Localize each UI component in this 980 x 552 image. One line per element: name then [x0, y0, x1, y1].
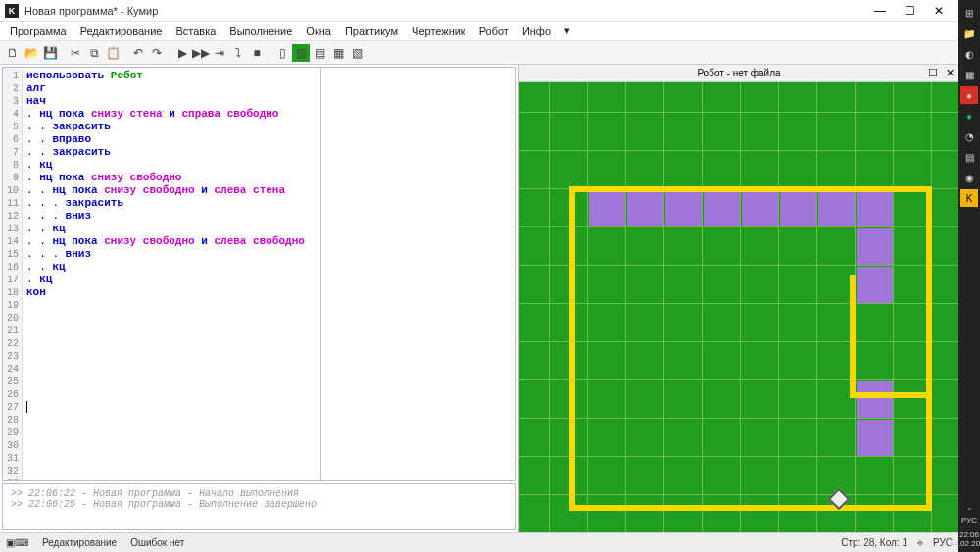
painted-cell [665, 190, 702, 226]
minimize-button[interactable]: — [865, 2, 895, 20]
task-record-icon[interactable]: ● [960, 86, 978, 104]
task-folder-icon[interactable]: 📁 [960, 25, 978, 42]
window-title: Новая программа* - Кумир [24, 5, 158, 17]
layout-4-icon[interactable]: ▦ [329, 44, 347, 62]
layout-5-icon[interactable]: ▧ [348, 44, 366, 62]
painted-cell [704, 190, 740, 226]
task-steam-icon[interactable]: ◉ [960, 169, 978, 186]
status-cursor-pos: Стр: 28, Кол: 1 [841, 537, 907, 548]
robot-maximize-icon[interactable]: ☐ [928, 67, 938, 79]
tray-date: 24.02.2021 [950, 539, 980, 548]
layout-1-icon[interactable]: ▯ [273, 44, 291, 62]
painted-cell [589, 190, 625, 226]
wall-segment [850, 392, 932, 398]
wall-segment [569, 186, 575, 511]
wall-segment [926, 186, 932, 511]
close-button[interactable]: ✕ [924, 2, 954, 20]
app-icon: K [5, 4, 19, 18]
task-spotify-icon[interactable]: ● [960, 107, 978, 125]
layout-3-icon[interactable]: ▤ [311, 44, 328, 62]
status-errors: Ошибок нет [130, 537, 184, 548]
run-fast-icon[interactable]: ▶▶ [192, 44, 210, 62]
windows-taskbar: ⊞ 📁 ◐ ▦ ● ● ◔ ▤ ◉ K ⌃ РУС 22:06 24.02.20… [958, 0, 980, 552]
status-terminal-icon[interactable]: ▣ [6, 537, 15, 548]
menu-practicum[interactable]: Практикум [339, 24, 404, 39]
robot-title-text: Робот - нет файла [697, 68, 780, 78]
layout-2-icon[interactable]: ▥ [292, 44, 310, 62]
task-calc-icon[interactable]: ▤ [960, 148, 978, 166]
task-app-icon[interactable]: ▦ [960, 66, 978, 83]
console-output[interactable]: >> 22:06:22 - Новая программа - Начало в… [2, 483, 516, 530]
task-browser-icon[interactable]: ◐ [960, 45, 978, 63]
cut-icon[interactable]: ✂ [67, 44, 84, 62]
status-insert-icon[interactable]: ⎆ [917, 537, 923, 548]
painted-cell [818, 190, 855, 226]
step-over-icon[interactable]: ⤵ [229, 44, 247, 62]
robot-field[interactable] [519, 82, 958, 532]
main-window: K Новая программа* - Кумир — ☐ ✕ Програм… [0, 0, 958, 552]
line-gutter: 1234567891011121314151617181920212223242… [3, 68, 23, 480]
menu-windows[interactable]: Окна [300, 24, 337, 39]
new-file-icon[interactable]: 🗋 [4, 44, 22, 62]
redo-icon[interactable]: ↷ [148, 44, 166, 62]
painted-cell [742, 190, 778, 226]
menu-program[interactable]: Программа [4, 24, 73, 39]
console-line: >> 22:06:22 - Новая программа - Начало в… [11, 488, 508, 499]
menu-edit[interactable]: Редактирование [74, 24, 169, 39]
menu-dropdown-icon[interactable]: ▾ [559, 23, 576, 39]
robot-pane: Робот - нет файла ☐ ✕ [519, 65, 958, 532]
save-file-icon[interactable]: 💾 [41, 44, 59, 62]
secondary-editor[interactable] [320, 68, 515, 480]
console-line: >> 22:06:25 - Новая программа - Выполнен… [11, 499, 508, 510]
painted-cell [857, 228, 893, 265]
robot-close-icon[interactable]: ✕ [946, 67, 955, 79]
paste-icon[interactable]: 📋 [104, 44, 122, 62]
robot-titlebar: Робот - нет файла ☐ ✕ [519, 65, 958, 82]
code-editor[interactable]: 1234567891011121314151617181920212223242… [3, 68, 320, 480]
menu-execute[interactable]: Выполнение [223, 24, 298, 39]
status-keyboard-icon[interactable]: ⌨ [15, 537, 28, 548]
stop-icon[interactable]: ■ [248, 44, 266, 62]
editor-pane: 1234567891011121314151617181920212223242… [0, 65, 519, 532]
wall-segment [569, 505, 932, 511]
painted-cell [857, 190, 893, 226]
menubar: Программа Редактирование Вставка Выполне… [0, 22, 958, 41]
open-file-icon[interactable]: 📂 [23, 44, 40, 62]
code-text[interactable]: использовать Роботалгнач. нц пока снизу … [23, 68, 309, 480]
toolbar: 🗋 📂 💾 ✂ ⧉ 📋 ↶ ↷ ▶ ▶▶ ⇥ ⤵ ■ ▯ ▥ ▤ ▦ ▧ [0, 41, 958, 65]
painted-cell [780, 190, 816, 226]
copy-icon[interactable]: ⧉ [85, 44, 103, 62]
menu-robot[interactable]: Робот [473, 24, 514, 39]
menu-info[interactable]: Инфо [516, 24, 557, 39]
painted-cell [857, 267, 893, 303]
titlebar: K Новая программа* - Кумир — ☐ ✕ [0, 0, 958, 22]
step-into-icon[interactable]: ⇥ [211, 44, 228, 62]
maximize-button[interactable]: ☐ [895, 2, 924, 20]
menu-insert[interactable]: Вставка [170, 24, 221, 39]
painted-cell [857, 420, 893, 456]
painted-cell [627, 190, 663, 226]
wall-segment [850, 275, 856, 398]
status-mode: Редактирование [42, 537, 117, 548]
undo-icon[interactable]: ↶ [129, 44, 147, 62]
content-area: 1234567891011121314151617181920212223242… [0, 65, 958, 532]
run-icon[interactable]: ▶ [173, 44, 191, 62]
menu-draftsman[interactable]: Чертежник [406, 24, 471, 39]
task-clock-icon[interactable]: ◔ [960, 127, 978, 145]
painted-cell [857, 381, 893, 418]
wall-segment [569, 186, 932, 192]
statusbar: ▣ ⌨ Редактирование Ошибок нет Стр: 28, К… [0, 532, 958, 552]
windows-start-icon[interactable]: ⊞ [960, 4, 978, 22]
task-kumir-icon[interactable]: K [960, 189, 978, 207]
